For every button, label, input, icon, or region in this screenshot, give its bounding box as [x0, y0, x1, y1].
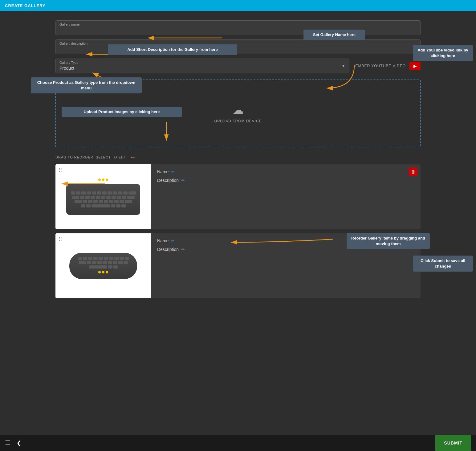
- annotation-upload: Upload Product Images by clicking here: [62, 107, 182, 117]
- annotation-reorder: Reorder Gallery items by dragging and mo…: [347, 233, 430, 249]
- youtube-label: EMBED YOUTUBE VIDEO: [356, 64, 406, 68]
- bottom-bar: ☰ ❮ SUBMIT: [0, 435, 476, 451]
- gallery-type-label: Gallery Type: [59, 61, 79, 64]
- drag-reorder-label: DRAG TO REORDER, SELECT TO EDIT ←: [55, 154, 421, 161]
- delete-item-1-button[interactable]: 🗑: [409, 167, 417, 176]
- keyboard-dots-1: [98, 178, 108, 181]
- annotation-choose-product: Choose Product as Gallery type from the …: [31, 77, 142, 93]
- upload-cloud-icon: ☁: [233, 104, 244, 117]
- annotation-youtube: Add YouTube video link by clicking here: [413, 45, 473, 61]
- youtube-section: EMBED YOUTUBE VIDEO ▶: [356, 62, 421, 70]
- top-bar: CREATE GALLERY: [0, 0, 476, 11]
- edit-name-icon-2[interactable]: ✏: [171, 238, 175, 243]
- gallery-type-select[interactable]: Product Service Custom: [56, 59, 349, 73]
- annotation-gallery-name: Set Gallery Name here: [303, 30, 365, 40]
- gallery-name-field[interactable]: Gallery name Logitech K380 Bluetooth Mul…: [55, 20, 421, 35]
- gallery-item-2-image: ⠿: [55, 233, 151, 298]
- gallery-description-label: Gallery description: [59, 42, 87, 45]
- gallery-item-1: ⠿: [55, 164, 421, 229]
- annotation-description: Add Short Description for the Gallery fr…: [108, 44, 237, 55]
- gallery-type-field[interactable]: Gallery Type Product Service Custom ▼: [55, 59, 349, 73]
- drag-handle-2[interactable]: ⠿: [59, 236, 62, 242]
- keyboard-body-2: [69, 253, 137, 279]
- bottom-left-controls: ☰ ❮: [5, 439, 21, 447]
- gallery-item-1-details: 🗑 Name ✏ Description ✏: [151, 164, 421, 229]
- name-label-2: Name: [157, 238, 169, 243]
- gallery-name-input[interactable]: Logitech K380 Bluetooth Multi-Device Key…: [56, 21, 420, 35]
- chevron-left-icon[interactable]: ❮: [17, 440, 21, 446]
- youtube-icon: ▶: [413, 64, 417, 68]
- edit-desc-icon-2[interactable]: ✏: [181, 247, 185, 252]
- keyboard-body-1: [66, 184, 140, 215]
- name-label-1: Name: [157, 169, 169, 174]
- hamburger-icon[interactable]: ☰: [5, 439, 10, 447]
- edit-desc-icon-1[interactable]: ✏: [181, 178, 185, 183]
- upload-label: UPLOAD FROM DEVICE: [214, 119, 262, 123]
- desc-row-1: Description ✏: [157, 178, 414, 183]
- main-content: Gallery name Logitech K380 Bluetooth Mul…: [0, 11, 476, 327]
- youtube-button[interactable]: ▶: [409, 62, 421, 70]
- edit-name-icon-1[interactable]: ✏: [171, 169, 175, 174]
- annotation-submit: Click Submit to save all changes: [413, 256, 473, 272]
- submit-button[interactable]: SUBMIT: [435, 435, 471, 451]
- page-title: CREATE GALLERY: [5, 3, 46, 8]
- desc-label-2: Description: [157, 247, 179, 252]
- name-row-1: Name ✏: [157, 169, 414, 174]
- keyboard-dots-2: [98, 271, 108, 273]
- gallery-item-1-image: ⠿: [55, 164, 151, 229]
- drag-handle-1[interactable]: ⠿: [59, 167, 62, 173]
- gallery-name-label: Gallery name: [59, 23, 79, 26]
- desc-label-1: Description: [157, 178, 179, 183]
